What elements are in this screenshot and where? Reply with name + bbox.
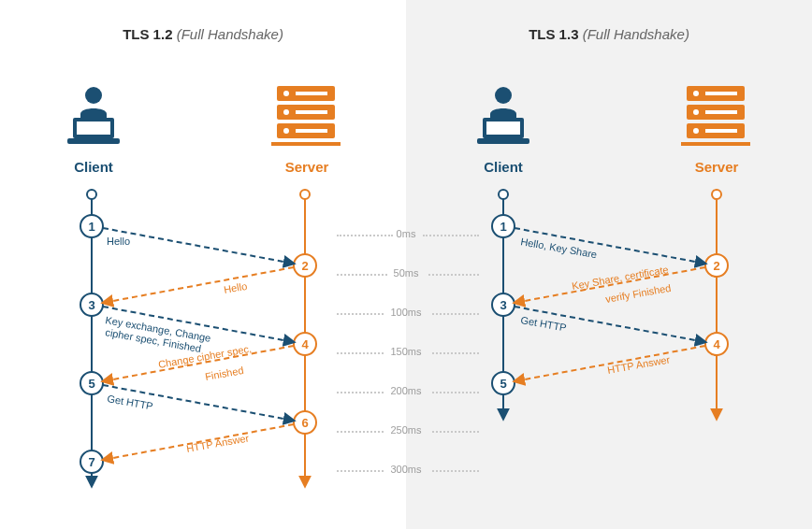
step-4: 4 [713,337,720,351]
step-1: 1 [500,220,506,234]
msg-label: HTTP Answer [606,353,671,376]
msg-label: Hello, Key Share [520,236,598,260]
step-3: 3 [500,298,506,312]
step-4: 4 [301,337,309,351]
step-6: 6 [301,416,308,430]
msg-hello-s2c [103,267,294,303]
msg-label: verify Finished [604,282,672,305]
svg-point-39 [499,190,508,199]
msg-label: Hello [107,236,130,247]
tls13-server-lifeline [712,190,721,419]
msg-label: Get HTTP [107,393,154,411]
svg-point-30 [300,190,310,199]
step-3: 3 [88,298,94,312]
msg-label: Finished [204,365,244,382]
step-2: 2 [713,259,719,273]
msg-label: HTTP Answer [185,432,250,454]
sequence-diagram: 1 2 3 4 5 6 7 Hello Hello Key exchange, … [0,0,812,529]
step-1: 1 [88,220,94,234]
svg-point-41 [712,190,721,199]
msg-label: Get HTTP [520,314,568,333]
step-5: 5 [500,377,506,391]
step-2: 2 [301,259,308,273]
step-7: 7 [88,455,94,469]
step-5: 5 [88,377,94,391]
svg-point-28 [87,190,96,199]
msg-label: Hello [223,280,248,295]
msg-hello-c2s [103,228,294,264]
